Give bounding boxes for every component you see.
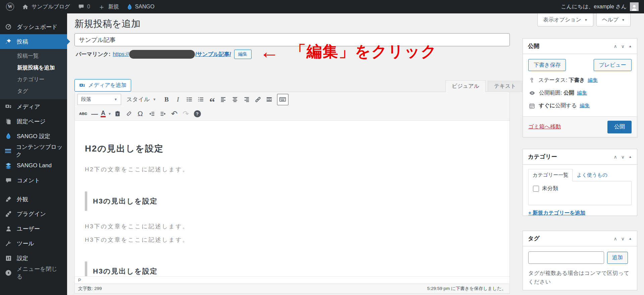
toggle-panel-icon[interactable]: ▲	[629, 155, 632, 159]
permalink-url-slug[interactable]: /サンプル記事/	[195, 51, 231, 58]
publish-box: 公開 ∧ ∨ ▲ 下書き保存 プレビュー ステータス: 下書き 編集 公開範囲:…	[523, 38, 637, 137]
sidebar-item-sango-land[interactable]: SANGO Land	[0, 158, 67, 173]
move-up-icon[interactable]: ∧	[614, 236, 617, 241]
sidebar-item-content-blocks[interactable]: コンテンツブロック	[0, 143, 67, 158]
submenu-item-tags[interactable]: タグ	[0, 85, 67, 97]
move-down-icon[interactable]: ∨	[621, 154, 625, 160]
tag-box-header[interactable]: タグ ∧ ∨ ▲	[523, 231, 637, 246]
styles-dropdown[interactable]: スタイル ▼	[126, 96, 156, 103]
read-more-button[interactable]	[264, 94, 275, 105]
sidebar-item-media[interactable]: メディア	[0, 99, 67, 114]
strikethrough-button[interactable]: ABC	[77, 108, 89, 119]
eye-icon	[529, 90, 535, 96]
toggle-panel-icon[interactable]: ▲	[629, 237, 632, 240]
sidebar-item-appearance[interactable]: 外観	[0, 192, 67, 206]
toolbar-toggle-button[interactable]	[277, 94, 288, 105]
sidebar-label: ダッシュボード	[17, 23, 57, 31]
tag-input[interactable]	[528, 251, 604, 264]
sidebar-item-settings[interactable]: 設定	[0, 251, 67, 266]
schedule-bold: すぐに	[539, 103, 555, 108]
undo-button[interactable]: ↶	[169, 108, 180, 119]
help-button[interactable]: ヘルプ ▼	[596, 13, 631, 26]
sidebar-item-users[interactable]: ユーザー	[0, 221, 67, 236]
publish-box-header[interactable]: 公開 ∧ ∨ ▲	[523, 39, 637, 54]
left-arrow-icon: ←	[260, 42, 279, 61]
move-down-icon[interactable]: ∨	[621, 236, 625, 241]
text-color-button[interactable]: A ▼	[100, 108, 112, 119]
editor-content-area[interactable]: H2の見出しを設定 H2下の文章をここに記述します。 H3の見出しを設定 H3下…	[75, 121, 509, 276]
clear-formatting-button[interactable]	[123, 108, 135, 119]
sidebar-item-plugins[interactable]: プラグイン	[0, 206, 67, 221]
edit-visibility-link[interactable]: 編集	[577, 90, 587, 96]
help-icon-button[interactable]: ?	[192, 108, 203, 119]
publish-button[interactable]: 公開	[607, 121, 632, 133]
sidebar-item-comments[interactable]: コメント	[0, 173, 67, 188]
sidebar-item-collapse-menu[interactable]: メニューを閉じる	[0, 266, 67, 280]
wordpress-menu[interactable]: W	[5, 0, 18, 13]
sidebar-item-tools[interactable]: ツール	[0, 236, 67, 251]
avatar[interactable]	[630, 2, 639, 11]
submenu-item-categories[interactable]: カテゴリー	[0, 74, 67, 85]
comments-link[interactable]: 0	[74, 0, 94, 13]
element-path-label[interactable]: P	[78, 278, 81, 283]
howdy-greeting[interactable]: こんにちは、example さん	[561, 3, 627, 10]
bold-button[interactable]: B	[161, 94, 172, 105]
permalink-url-prefix[interactable]: https://	[113, 51, 129, 57]
category-box-header[interactable]: カテゴリー ∧ ∨ ▲	[523, 149, 637, 165]
calendar-icon	[529, 103, 535, 109]
sidebar-item-sango-settings[interactable]: SANGO 設定	[0, 129, 67, 143]
screen-options-button[interactable]: 表示オプション ▼	[537, 13, 593, 26]
question-mark-icon: ?	[194, 110, 201, 117]
sidebar-item-dashboard[interactable]: ダッシュボード	[0, 19, 67, 34]
site-name-link[interactable]: サンプルブログ	[18, 0, 74, 13]
submenu-item-add-new-post[interactable]: 新規投稿を追加	[0, 62, 67, 74]
sidebar-label: メディア	[17, 103, 40, 111]
paragraph-format-select[interactable]: 段落 ▼	[77, 94, 121, 105]
submenu-item-all-posts[interactable]: 投稿一覧	[0, 50, 67, 62]
toggle-panel-icon[interactable]: ▲	[629, 44, 632, 48]
insert-link-button[interactable]	[252, 94, 264, 105]
media-icon	[79, 82, 85, 88]
special-character-button[interactable]: Ω	[135, 108, 146, 119]
redo-button[interactable]: ↷	[180, 108, 192, 119]
editor-toolbar-row-1: 段落 ▼ スタイル ▼ B I “	[75, 92, 509, 107]
move-up-icon[interactable]: ∧	[614, 44, 617, 49]
edit-schedule-link[interactable]: 編集	[580, 103, 590, 108]
horizontal-rule-button[interactable]: —	[89, 108, 100, 119]
align-right-button[interactable]	[241, 94, 252, 105]
indent-button[interactable]	[157, 108, 169, 119]
add-new-category-link[interactable]: + 新規カテゴリーを追加	[528, 210, 585, 217]
preview-button[interactable]: プレビュー	[594, 59, 632, 71]
align-left-button[interactable]	[218, 94, 229, 105]
new-content-menu[interactable]: ＋ 新規	[94, 0, 123, 13]
sango-droplet-icon	[4, 133, 12, 139]
save-draft-button[interactable]: 下書き保存	[528, 59, 566, 71]
add-tag-button[interactable]: 追加	[607, 252, 628, 264]
category-box: カテゴリー ∧ ∨ ▲ カテゴリー一覧 よく使うもの 未分類 + 新規カテゴリー…	[523, 149, 637, 216]
align-center-button[interactable]	[229, 94, 241, 105]
numbered-list-button[interactable]	[195, 94, 207, 105]
permalink-label: パーマリンク:	[76, 51, 110, 58]
bulleted-list-button[interactable]	[184, 94, 195, 105]
sidebar-item-posts[interactable]: 投稿	[0, 34, 67, 49]
outdent-button[interactable]	[146, 108, 157, 119]
tab-most-used[interactable]: よく使うもの	[573, 169, 611, 181]
move-up-icon[interactable]: ∧	[614, 154, 617, 160]
tab-text[interactable]: テキスト	[488, 81, 523, 92]
edit-status-link[interactable]: 編集	[588, 77, 598, 83]
sidebar-item-pages[interactable]: 固定ページ	[0, 114, 67, 129]
add-media-button[interactable]: メディアを追加	[74, 79, 131, 92]
italic-button[interactable]: I	[172, 94, 184, 105]
tab-all-categories[interactable]: カテゴリー一覧	[528, 169, 573, 181]
editor-mode-tabs: ビジュアル テキスト	[445, 80, 522, 92]
paste-as-text-button[interactable]: T	[112, 108, 123, 119]
tab-visual[interactable]: ビジュアル	[445, 80, 486, 92]
sidebar-label: SANGO 設定	[17, 132, 50, 140]
category-checkbox[interactable]	[533, 186, 539, 192]
move-down-icon[interactable]: ∨	[621, 44, 625, 49]
sango-menu[interactable]: SANGO	[123, 0, 159, 13]
move-to-trash-link[interactable]: ゴミ箱へ移動	[528, 123, 561, 130]
chevron-down-icon: ▼	[584, 18, 588, 22]
edit-permalink-button[interactable]: 編集	[234, 50, 252, 59]
blockquote-button[interactable]: “	[207, 94, 218, 105]
